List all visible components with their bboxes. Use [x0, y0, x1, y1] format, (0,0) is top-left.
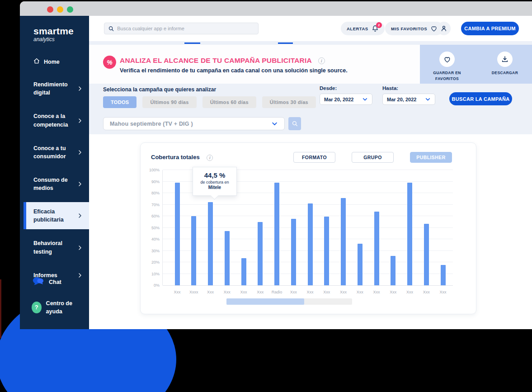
heart-icon: [430, 25, 438, 32]
sidebar-item-consumo-de-medios[interactable]: Consumo de medios: [20, 170, 89, 198]
action-label: DESCARGAR: [492, 70, 518, 76]
info-icon[interactable]: i: [207, 155, 213, 161]
y-axis-tick: 50%: [144, 226, 160, 230]
x-axis-label: Xxx: [434, 290, 452, 294]
chip--ltimos-90-d-as[interactable]: Últimos 90 días: [142, 96, 196, 108]
logo-title: smartme: [33, 26, 89, 37]
download-icon: [497, 52, 513, 67]
sidebar-footer-centro-de-ayuda[interactable]: ?Centro de ayuda: [20, 294, 89, 321]
x-axis-label: Xxx: [318, 290, 336, 294]
maximize-window-dot[interactable]: [67, 6, 73, 13]
tab-strip-remnant: [89, 41, 532, 45]
search-campaign-button[interactable]: BUSCAR LA CAMPAÑA: [449, 92, 512, 105]
bar-xxx-7[interactable]: [291, 219, 296, 285]
date-from-group: Desde: Mar 20, 2022: [320, 85, 372, 105]
y-axis-tick: 20%: [144, 260, 160, 264]
close-window-dot[interactable]: [47, 6, 53, 13]
search-icon: [292, 121, 298, 127]
global-search[interactable]: [104, 23, 259, 34]
x-axis-label: Xxx: [384, 290, 402, 294]
chip--ltimos-30-d-as[interactable]: Últimos 30 días: [262, 96, 316, 108]
sidebar-item-eficacia-publicitaria[interactable]: Eficacia publicitaria: [24, 202, 89, 229]
bar-xxx-12[interactable]: [374, 212, 379, 285]
toggle-grupo[interactable]: GRUPO: [352, 152, 394, 163]
chip-todos[interactable]: TODOS: [103, 96, 137, 108]
bar-xxx-14[interactable]: [407, 183, 412, 285]
x-axis-label: Xxx: [334, 290, 353, 294]
y-axis-tick: 10%: [144, 272, 160, 276]
user-profile-button[interactable]: [437, 22, 451, 35]
chip--ltimos-60-d-as[interactable]: Últimos 60 días: [202, 96, 256, 108]
bar-radio-6[interactable]: [274, 183, 279, 285]
bar-xxx-9[interactable]: [324, 217, 329, 285]
sidebar-item-conoce-a-la-competencia[interactable]: Conoce a la competencia: [20, 107, 89, 134]
favorites-label: MIS FAVORITOS: [391, 26, 427, 31]
x-axis-label: Xxx: [351, 290, 369, 294]
x-axis-label: Xxx: [168, 290, 186, 294]
chevron-right-icon: [77, 181, 83, 187]
date-from-select[interactable]: Mar 20, 2022: [320, 94, 372, 105]
alerts-button[interactable]: ALERTAS 2: [341, 22, 385, 35]
campaign-select-label: Selecciona la campaña que quieres analiz…: [103, 86, 216, 93]
sidebar-item-rendimiento-digital[interactable]: Rendimiento digital: [20, 75, 89, 102]
sidebar-item-behavioral-testing[interactable]: Behavioral testing: [20, 234, 89, 261]
heart-icon: [439, 52, 455, 67]
save-to-favorites-button[interactable]: GUARDAR EN FAVORITOS: [428, 52, 466, 84]
help-icon: ?: [32, 302, 42, 313]
bar-xxx-4[interactable]: [241, 258, 246, 285]
chart-scrollbar-thumb[interactable]: [226, 298, 304, 305]
bar-xxx-0[interactable]: [175, 183, 180, 285]
favorites-button[interactable]: MIS FAVORITOS: [385, 22, 443, 35]
x-axis-label: Xxx: [235, 290, 253, 294]
sidebar-footer-chat[interactable]: Chat: [20, 270, 89, 294]
bar-xxx-10[interactable]: [341, 198, 346, 285]
bar-xxx-2[interactable]: [208, 202, 213, 285]
app-window: smartme analytics HomeRendimiento digita…: [20, 1, 532, 329]
campaign-select-value: Mahou septiembre (TV + DIG ): [110, 121, 193, 127]
x-axis-label: Xxx: [218, 290, 236, 294]
toggle-publisher[interactable]: PUBLISHER: [410, 152, 452, 163]
bar-xxx-5[interactable]: [258, 222, 263, 285]
bar-xxx-13[interactable]: [391, 256, 395, 285]
period-chips: TODOSÚltimos 90 díasÚltimos 60 díasÚltim…: [103, 96, 316, 108]
user-icon: [440, 25, 447, 32]
y-axis-tick: 40%: [144, 237, 160, 241]
search-input[interactable]: [117, 26, 254, 31]
date-from-value: Mar 20, 2022: [324, 97, 353, 102]
campaign-search-button[interactable]: [288, 117, 301, 130]
x-axis-label: Xxx: [367, 290, 386, 294]
chevron-down-icon: [362, 96, 368, 102]
window-titlebar: [20, 1, 532, 16]
campaign-select[interactable]: Mahou septiembre (TV + DIG ): [103, 117, 285, 130]
date-from-label: Desde:: [320, 85, 372, 91]
logo: smartme analytics: [20, 16, 89, 43]
date-to-select[interactable]: Mar 20, 2022: [382, 94, 435, 105]
sidebar-item-home[interactable]: Home: [20, 52, 89, 71]
page-title-text: ANALIZA EL ALCANCE DE TU CAMPAÑA PUBLICI…: [120, 57, 311, 64]
toggle-formato[interactable]: FORMATO: [293, 152, 335, 163]
bar-xxx-16[interactable]: [441, 265, 446, 285]
premium-upgrade-button[interactable]: CAMBIA A PREMIUM: [461, 22, 519, 35]
chart-tooltip: 44,5 % de cobertura en Mitele: [193, 167, 237, 196]
info-icon[interactable]: i: [318, 57, 325, 64]
chat-icon: [32, 276, 44, 288]
y-axis-tick: 60%: [144, 214, 160, 218]
filters-section: Selecciona la campaña que quieres analiz…: [89, 84, 532, 134]
sidebar-item-conoce-a-tu-consumidor[interactable]: Conoce a tu consumidor: [20, 139, 89, 166]
bar-xxx-3[interactable]: [225, 231, 230, 285]
bar-xxxx-1[interactable]: [191, 216, 196, 285]
bar-xxx-11[interactable]: [358, 244, 363, 285]
bar-xxx-8[interactable]: [308, 203, 313, 285]
x-axis-label: Xxx: [417, 290, 435, 294]
bar-xxx-15[interactable]: [424, 224, 429, 285]
chart-zone: Cobertura totales i FORMATOGRUPOPUBLISHE…: [89, 134, 532, 329]
minimize-window-dot[interactable]: [57, 6, 63, 13]
y-axis-tick: 70%: [144, 203, 160, 207]
chart-scrollbar[interactable]: [226, 298, 352, 305]
x-axis-label: Xxx: [284, 290, 302, 294]
sidebar: smartme analytics HomeRendimiento digita…: [20, 16, 89, 329]
download-button[interactable]: DESCARGAR: [486, 52, 524, 84]
tab-indicator: [278, 43, 293, 44]
alerts-label: ALERTAS: [347, 26, 368, 31]
y-axis-tick: 0%: [144, 283, 160, 288]
